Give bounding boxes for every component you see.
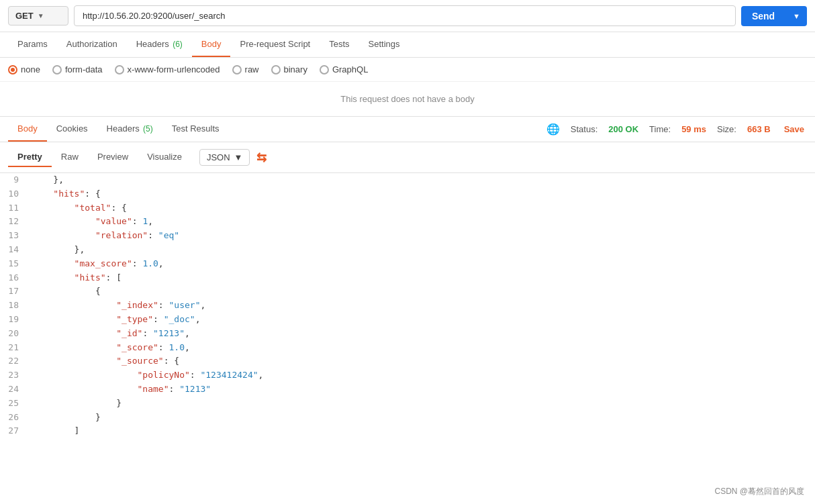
send-button[interactable]: Send ▼ (741, 6, 807, 26)
format-bar: Pretty Raw Preview Visualize JSON ▼ ⇆ (0, 142, 815, 173)
resp-tab-cookies[interactable]: Cookies (47, 117, 97, 142)
resp-tab-testresults[interactable]: Test Results (162, 117, 229, 142)
line-number: 13 (0, 229, 27, 243)
format-chevron-icon: ▼ (234, 152, 243, 162)
line-number: 19 (0, 313, 27, 327)
line-number: 18 (0, 299, 27, 313)
line-code: "hits": [ (27, 271, 815, 285)
line-number: 27 (0, 424, 27, 438)
line-number: 16 (0, 271, 27, 285)
method-chevron-icon: ▼ (38, 12, 44, 19)
line-number: 22 (0, 354, 27, 368)
table-row: 11 "total": { (0, 201, 815, 215)
line-code: } (27, 397, 815, 411)
line-code: "_score": 1.0, (27, 341, 815, 355)
line-number: 12 (0, 215, 27, 229)
format-tab-raw[interactable]: Raw (52, 148, 88, 167)
resp-tab-headers[interactable]: Headers (5) (97, 117, 162, 142)
body-option-raw[interactable]: raw (232, 64, 259, 74)
table-row: 14 }, (0, 243, 815, 257)
top-bar: GET ▼ Send ▼ (0, 0, 815, 32)
table-row: 21 "_score": 1.0, (0, 341, 815, 355)
line-code: { (27, 285, 815, 299)
line-code: "name": "1213" (27, 383, 815, 397)
body-option-binary[interactable]: binary (271, 64, 307, 74)
body-options-bar: none form-data x-www-form-urlencoded raw… (0, 58, 815, 82)
body-option-formdata[interactable]: form-data (52, 64, 103, 74)
resp-tab-body[interactable]: Body (8, 117, 47, 142)
method-label: GET (15, 11, 34, 21)
table-row: 10 "hits": { (0, 187, 815, 201)
table-row: 24 "name": "1213" (0, 383, 815, 397)
tab-body[interactable]: Body (192, 32, 231, 57)
line-code: }, (27, 173, 815, 187)
line-code: "_index": "user", (27, 299, 815, 313)
line-number: 20 (0, 327, 27, 341)
body-option-graphql[interactable]: GraphQL (320, 64, 368, 74)
body-option-urlencoded[interactable]: x-www-form-urlencoded (115, 64, 220, 74)
line-number: 25 (0, 397, 27, 411)
radio-graphql[interactable] (320, 65, 329, 74)
line-code: "_id": "1213", (27, 327, 815, 341)
line-code: "relation": "eq" (27, 229, 815, 243)
tab-prerequest[interactable]: Pre-request Script (230, 32, 320, 57)
table-row: 25 } (0, 397, 815, 411)
table-row: 12 "value": 1, (0, 215, 815, 229)
table-row: 17 { (0, 285, 815, 299)
response-status-area: 🌐 Status: 200 OK Time: 59 ms Size: 663 B… (546, 123, 807, 136)
line-code: "_source": { (27, 354, 815, 368)
line-code: "policyNo": "123412424", (27, 368, 815, 383)
line-code: "max_score": 1.0, (27, 257, 815, 271)
code-table: 9 },10 "hits": {11 "total": {12 "value":… (0, 173, 815, 438)
line-number: 14 (0, 243, 27, 257)
table-row: 16 "hits": [ (0, 271, 815, 285)
line-number: 15 (0, 257, 27, 271)
table-row: 19 "_type": "_doc", (0, 313, 815, 327)
tab-tests[interactable]: Tests (320, 32, 358, 57)
table-row: 27 ] (0, 424, 815, 438)
line-number: 21 (0, 341, 27, 355)
body-option-none[interactable]: none (8, 64, 40, 74)
table-row: 26 } (0, 411, 815, 425)
url-input[interactable] (74, 5, 736, 26)
watermark: CSDN @蓦然回首的风度 (714, 486, 804, 493)
tab-authorization[interactable]: Authorization (57, 32, 127, 57)
radio-raw[interactable] (232, 65, 242, 74)
line-number: 9 (0, 173, 27, 187)
format-tab-visualize[interactable]: Visualize (138, 148, 191, 167)
table-row: 13 "relation": "eq" (0, 229, 815, 243)
request-tabs: Params Authorization Headers (6) Body Pr… (0, 32, 815, 58)
line-number: 23 (0, 368, 27, 383)
line-number: 24 (0, 383, 27, 397)
table-row: 15 "max_score": 1.0, (0, 257, 815, 271)
line-code: "value": 1, (27, 215, 815, 229)
tab-headers[interactable]: Headers (6) (127, 32, 192, 57)
tab-params[interactable]: Params (8, 32, 57, 57)
line-code: ] (27, 424, 815, 438)
table-row: 23 "policyNo": "123412424", (0, 368, 815, 383)
line-number: 26 (0, 411, 27, 425)
line-code: } (27, 411, 815, 425)
line-code: "_type": "_doc", (27, 313, 815, 327)
globe-icon: 🌐 (546, 123, 560, 136)
line-number: 11 (0, 201, 27, 215)
method-select[interactable]: GET ▼ (8, 6, 68, 26)
radio-binary[interactable] (271, 65, 281, 74)
format-tab-preview[interactable]: Preview (88, 148, 138, 167)
line-code: "hits": { (27, 187, 815, 201)
radio-urlencoded[interactable] (115, 65, 124, 74)
format-tab-pretty[interactable]: Pretty (8, 148, 52, 167)
line-number: 17 (0, 285, 27, 299)
radio-none[interactable] (8, 65, 17, 74)
line-number: 10 (0, 187, 27, 201)
line-code: "total": { (27, 201, 815, 215)
tab-settings[interactable]: Settings (359, 32, 410, 57)
format-type-select[interactable]: JSON ▼ (199, 149, 250, 166)
response-tabs-bar: Body Cookies Headers (5) Test Results 🌐 … (0, 117, 815, 142)
radio-formdata[interactable] (52, 65, 62, 74)
save-response-button[interactable]: Save (781, 124, 807, 134)
no-body-message: This request does not have a body (0, 82, 815, 117)
send-dropdown-icon[interactable]: ▼ (786, 12, 807, 20)
wrap-lines-icon[interactable]: ⇆ (256, 150, 267, 165)
table-row: 9 }, (0, 173, 815, 187)
